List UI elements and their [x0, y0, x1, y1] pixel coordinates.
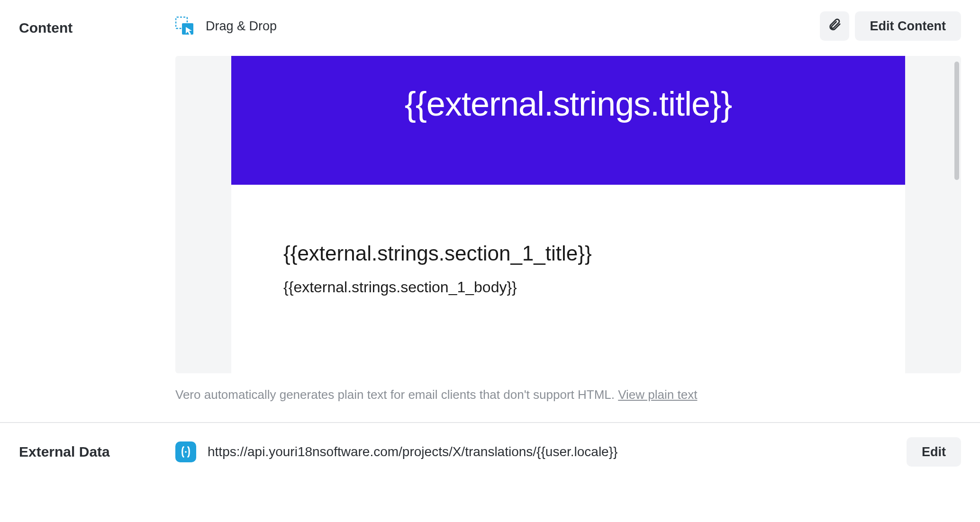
external-data-row: External Data https://api.youri18nsoftwa… [0, 423, 980, 481]
attachment-button[interactable] [820, 11, 849, 41]
email-preview-panel: {{external.strings.title}} {{external.st… [175, 56, 961, 373]
svg-point-3 [185, 451, 187, 453]
plain-text-hint: Vero automatically generates plain text … [175, 387, 961, 402]
drag-drop-icon [175, 17, 194, 36]
content-body: Drag & Drop Edit Content {{external.stri… [175, 14, 961, 402]
hint-text: Vero automatically generates plain text … [175, 387, 618, 402]
paperclip-icon [827, 18, 842, 35]
content-row: Content Drag & Drop [0, 0, 980, 402]
email-hero-block: {{external.strings.title}} [231, 56, 905, 185]
email-section-1-title: {{external.strings.section_1_title}} [283, 242, 853, 265]
email-section-1: {{external.strings.section_1_title}} {{e… [231, 185, 905, 315]
external-data-icon [175, 441, 196, 462]
email-preview-content[interactable]: {{external.strings.title}} {{external.st… [231, 56, 905, 373]
drag-drop-label: Drag & Drop [206, 19, 277, 34]
external-data-section-label: External Data [19, 444, 175, 460]
content-header: Drag & Drop Edit Content [175, 9, 961, 43]
edit-external-data-button[interactable]: Edit [907, 437, 961, 467]
view-plain-text-link[interactable]: View plain text [618, 387, 697, 402]
preview-scrollbar[interactable] [954, 62, 959, 180]
email-section-1-body: {{external.strings.section_1_body}} [283, 279, 853, 296]
external-data-url: https://api.youri18nsoftware.com/project… [208, 444, 907, 459]
content-section-label: Content [19, 14, 175, 36]
edit-content-button[interactable]: Edit Content [855, 11, 961, 41]
